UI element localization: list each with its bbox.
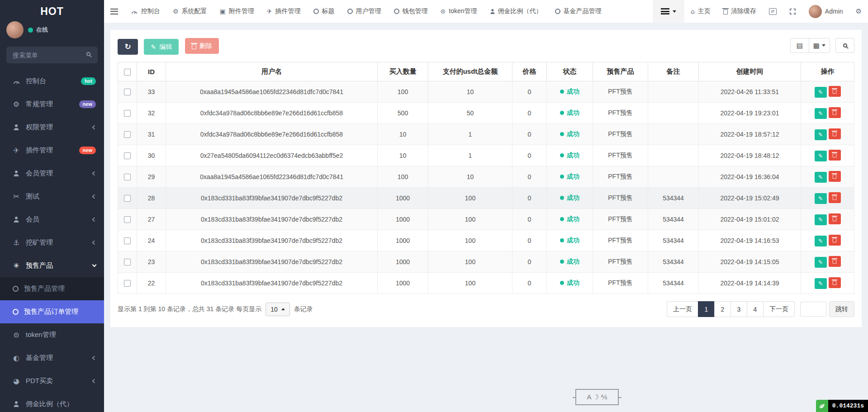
sidebar-user-panel: 在线 <box>0 19 104 43</box>
row-checkbox[interactable] <box>124 110 131 117</box>
next-page-button[interactable]: 下一页 <box>763 301 795 317</box>
cell-amount: 100 <box>378 166 428 188</box>
cell-product: PFT预售 <box>593 230 648 251</box>
row-checkbox[interactable] <box>124 152 131 159</box>
caret-down-icon <box>822 44 825 47</box>
row-edit-button[interactable]: ✎ <box>815 214 827 225</box>
sidebar-item-fund[interactable]: ◐ 基金管理 <box>0 346 104 369</box>
leaf-icon <box>818 402 826 410</box>
sidebar-item-general[interactable]: ⚙ 常规管理 new <box>0 93 104 116</box>
row-delete-button[interactable] <box>829 86 841 97</box>
refresh-button[interactable]: ↻ <box>118 39 138 55</box>
list-view-button[interactable]: ▤ <box>790 38 809 53</box>
topbar-item-commission[interactable]: 佣金比例（代） <box>484 0 549 23</box>
trace-toggle-button[interactable] <box>816 400 828 412</box>
row-edit-button[interactable]: ✎ <box>815 193 827 204</box>
sidebar-item-mining[interactable]: ⚓ 挖矿管理 <box>0 231 104 254</box>
row-delete-button[interactable] <box>829 277 841 288</box>
menu-search-input[interactable] <box>6 47 98 63</box>
edit-button[interactable]: ✎编辑 <box>144 39 179 55</box>
cell-status: 成功 <box>547 103 593 124</box>
row-edit-button[interactable]: ✎ <box>815 278 827 289</box>
row-checkbox[interactable] <box>124 89 131 95</box>
row-edit-button[interactable]: ✎ <box>815 129 827 140</box>
row-edit-button[interactable]: ✎ <box>815 172 827 183</box>
columns-toggle-button[interactable]: ▦ <box>809 38 830 53</box>
sidebar-item-pdt-trade[interactable]: ◕ PDT买卖 <box>0 369 104 393</box>
row-edit-button[interactable]: ✎ <box>815 151 827 161</box>
page-button-3[interactable]: 3 <box>730 301 747 317</box>
row-checkbox[interactable] <box>124 237 131 244</box>
row-delete-button[interactable] <box>829 171 841 182</box>
sidebar-item-test[interactable]: ✂ 测试 <box>0 185 104 208</box>
jump-page-input[interactable] <box>800 302 826 317</box>
settings-button[interactable]: ⚙ <box>849 0 868 23</box>
row-checkbox[interactable] <box>124 174 131 180</box>
row-edit-button[interactable]: ✎ <box>815 87 827 98</box>
cell-amount: 1000 <box>378 273 428 294</box>
topbar-item-title[interactable]: 标题 <box>307 0 341 23</box>
page-button-1[interactable]: 1 <box>698 301 715 317</box>
topbar-item-label: 插件管理 <box>275 7 301 15</box>
row-edit-button[interactable]: ✎ <box>815 108 827 119</box>
jump-button[interactable]: 跳转 <box>829 301 854 317</box>
clear-cache-button[interactable]: 清除缓存 <box>717 0 763 23</box>
select-all-checkbox[interactable] <box>124 69 131 76</box>
sidebar-item-dashboard[interactable]: 控制台 hot <box>0 70 104 93</box>
fullscreen-button[interactable] <box>783 0 802 23</box>
swap-view-button[interactable]: ⇄ <box>763 0 783 23</box>
table-search-button[interactable] <box>835 38 854 53</box>
cell-product: PFT预售 <box>593 103 648 124</box>
row-checkbox[interactable] <box>124 195 131 202</box>
topbar-item-console[interactable]: 控制台 <box>124 0 166 23</box>
topbar-item-user-mgmt[interactable]: 用户管理 <box>341 0 388 23</box>
sidebar-item-members[interactable]: 会员 <box>0 208 104 231</box>
sidebar-item-token[interactable]: ⊜ token管理 <box>0 323 104 346</box>
prev-page-button[interactable]: 上一页 <box>667 301 698 317</box>
delete-button[interactable]: 删除 <box>185 38 219 54</box>
topbar-item-attachments[interactable]: ▣ 附件管理 <box>213 0 261 23</box>
sidebar-item-commission[interactable]: 佣金比例（代） <box>0 393 104 412</box>
sidebar-toggle[interactable] <box>104 0 124 23</box>
row-checkbox[interactable] <box>124 280 131 287</box>
tabs-menu-button[interactable] <box>653 0 684 23</box>
row-delete-button[interactable] <box>829 107 841 118</box>
row-delete-button[interactable] <box>829 128 841 139</box>
topbar-item-wallet-mgmt[interactable]: 钱包管理 <box>388 0 434 23</box>
page-button-2[interactable]: 2 <box>714 301 731 317</box>
row-delete-button[interactable] <box>829 150 841 161</box>
row-edit-button[interactable]: ✎ <box>815 257 827 268</box>
row-delete-button[interactable] <box>829 192 841 203</box>
row-edit-button[interactable]: ✎ <box>815 236 827 246</box>
avatar[interactable] <box>6 21 24 38</box>
row-checkbox[interactable] <box>124 259 131 265</box>
topbar-item-token-mgmt[interactable]: ⊜ token管理 <box>434 0 484 23</box>
sidebar-item-plugins[interactable]: ✈ 插件管理 new <box>0 139 104 162</box>
row-checkbox[interactable] <box>124 131 131 138</box>
user-menu[interactable]: Admin <box>802 0 849 23</box>
table-header-row: ID 用户名 买入数量 支付的usdt总金额 价格 状态 预售产品 备注 创建时… <box>118 62 854 81</box>
topbar-item-plugins[interactable]: ✈ 插件管理 <box>261 0 307 23</box>
home-button[interactable]: ⌂ 主页 <box>684 0 717 23</box>
page-size-select[interactable]: 10 <box>266 303 290 316</box>
caret-down-icon <box>673 10 676 13</box>
topbar: 控制台 ⚙ 系统配置 ▣ 附件管理 ✈ 插件管理 标题 用户管理 钱包管理 ⊜ … <box>104 0 868 23</box>
page-button-4[interactable]: 4 <box>747 301 764 317</box>
sidebar-item-presale-order-mgmt[interactable]: 预售产品订单管理 <box>0 300 104 323</box>
sidebar-item-members-mgmt[interactable]: 会员管理 <box>0 162 104 185</box>
sidebar-item-presale-product-mgmt[interactable]: 预售产品管理 <box>0 277 104 300</box>
topbar-item-fund-products[interactable]: 基金产品管理 <box>549 0 608 23</box>
status-dot-icon <box>560 217 564 221</box>
row-delete-button[interactable] <box>829 213 841 224</box>
row-delete-button[interactable] <box>829 235 841 246</box>
sidebar-item-presale[interactable]: ✳ 预售产品 <box>0 254 104 277</box>
row-checkbox[interactable] <box>124 216 131 223</box>
gears-icon: ⚙ <box>856 7 862 15</box>
cell-amount: 10 <box>378 145 428 166</box>
cell-created: 2022-04-19 14:15:05 <box>699 251 801 273</box>
cell-id: 23 <box>137 251 166 273</box>
sidebar-item-permissions[interactable]: 权限管理 <box>0 116 104 139</box>
cell-usdt: 100 <box>428 188 512 209</box>
row-delete-button[interactable] <box>829 256 841 267</box>
topbar-item-system-config[interactable]: ⚙ 系统配置 <box>166 0 213 23</box>
